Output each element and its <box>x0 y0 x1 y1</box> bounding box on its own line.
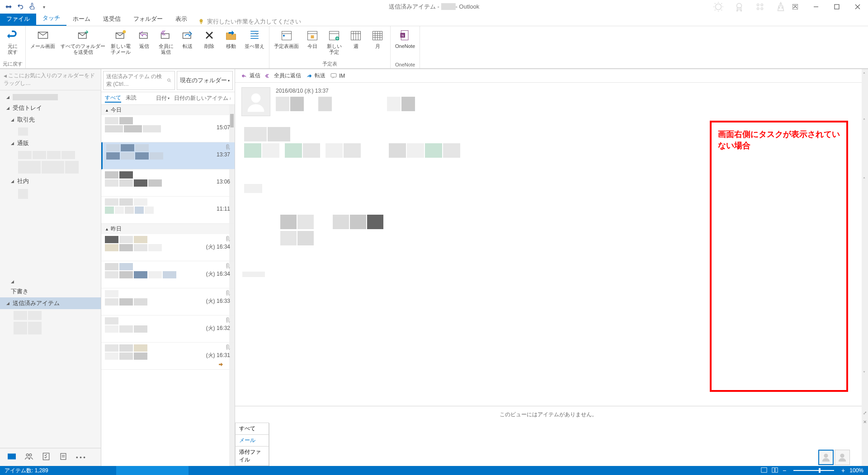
folder-sent-items[interactable]: ◢送信済みアイテム <box>0 297 101 309</box>
new-appointment-button[interactable]: 新しい 予定 <box>324 27 344 60</box>
scroll-caret-icon[interactable]: ˄ <box>863 177 865 182</box>
date-header-yesterday[interactable]: ▲昨日 <box>101 224 235 234</box>
nav-tasks-icon[interactable] <box>42 452 51 462</box>
right-rail[interactable]: ˄ ˄ ˄ ˅ ⤢ ✕ <box>862 69 868 466</box>
nav-more-icon[interactable]: • • • <box>76 454 85 461</box>
sort-order-dropdown[interactable]: 日付の新しいアイテム↓ <box>174 94 231 103</box>
ribbon: 元に 戻す 元に戻す メール画面 すべてのフォルダー を送受信 新しい電 子メー… <box>0 26 868 69</box>
message-time: 13:06 <box>217 179 230 185</box>
svg-point-10 <box>782 7 783 8</box>
tab-send-receive[interactable]: 送受信 <box>97 12 127 26</box>
sort-button[interactable]: 並べ替え <box>243 27 266 61</box>
tell-me-box[interactable]: 実行したい作業を入力してください <box>193 18 301 26</box>
scroll-up-icon[interactable]: ˄ <box>863 72 865 77</box>
view-reading-icon[interactable] <box>772 467 778 475</box>
message-time: 13:37 <box>217 151 230 158</box>
folder-expand[interactable]: ◢ <box>0 277 101 286</box>
folder-torihikisaki[interactable]: ◢取引先 <box>0 114 101 126</box>
ribbon-group-mail: メール画面 すべてのフォルダー を送受信 新しい電 子メール 返信 全員に 返信… <box>26 26 269 68</box>
send-receive-all-button[interactable]: すべてのフォルダー を送受信 <box>59 27 107 61</box>
close-pane-icon[interactable]: ✕ <box>863 419 867 424</box>
view-normal-icon[interactable] <box>761 467 767 475</box>
message-item[interactable]: 15:07 <box>101 115 235 142</box>
delete-button[interactable]: 削除 <box>199 27 219 61</box>
sender-avatar <box>241 87 270 116</box>
folder-drafts[interactable]: 下書き <box>0 286 101 297</box>
svg-point-4 <box>741 10 741 11</box>
svg-rect-43 <box>775 467 778 472</box>
reading-reply-button[interactable]: 返信 <box>241 72 260 80</box>
message-date: 2016/08/10 (水) 13:37 <box>276 87 855 95</box>
today-button[interactable]: 今日 <box>302 27 322 60</box>
calendar-view-button[interactable]: 予定表画面 <box>272 27 301 60</box>
zoom-out-icon[interactable]: − <box>783 467 786 474</box>
reply-button[interactable]: 返信 <box>134 27 154 61</box>
zoom-in-icon[interactable]: + <box>841 467 845 474</box>
qat-touch-icon[interactable] <box>28 3 36 11</box>
month-button[interactable]: 月 <box>368 27 387 60</box>
item-count: アイテム数: 1,289 <box>5 467 48 475</box>
tab-home[interactable]: ホーム <box>66 12 97 26</box>
people-tab-attachments[interactable]: 添付ファイル <box>235 446 269 466</box>
message-item[interactable]: 13:37 <box>101 142 235 169</box>
nav-mail-icon[interactable] <box>7 452 16 462</box>
week-button[interactable]: 週 <box>346 27 366 60</box>
tab-view[interactable]: 表示 <box>169 12 193 26</box>
svg-point-6 <box>761 4 763 6</box>
message-item[interactable]: 11:11 <box>101 197 235 224</box>
message-item[interactable]: (火) 16:32 <box>101 315 235 343</box>
person-thumbnail[interactable] <box>835 450 850 465</box>
qat-send-receive-icon[interactable] <box>5 3 13 11</box>
ribbon-display-options-icon[interactable] <box>785 0 806 14</box>
scroll-caret-icon[interactable]: ˅ <box>863 371 865 376</box>
message-item[interactable]: (火) 16:34 <box>101 234 235 261</box>
person-thumbnail[interactable] <box>818 450 834 465</box>
zoom-slider[interactable] <box>793 470 834 471</box>
nav-people-icon[interactable] <box>24 452 33 462</box>
svg-rect-2 <box>737 8 741 9</box>
qat-undo-icon[interactable] <box>16 3 24 11</box>
filter-unread[interactable]: 未読 <box>126 94 137 103</box>
no-items-message: このビューにはアイテムがありません。 <box>235 406 862 423</box>
people-tab-mail[interactable]: メール <box>235 434 269 447</box>
collapse-caret-icon[interactable]: ˄ <box>863 118 865 123</box>
minimize-button[interactable] <box>806 0 826 14</box>
sort-by-dropdown[interactable]: 日付▾ <box>156 94 170 103</box>
forward-button[interactable]: 転送 <box>178 27 198 61</box>
decorative-icons <box>712 1 787 13</box>
onenote-button[interactable]: NOneNote <box>393 27 417 61</box>
tab-folder[interactable]: フォルダー <box>127 12 169 26</box>
window-controls <box>785 0 868 14</box>
reading-pane: 返信 全員に返信 転送 IM 2016/08/10 (水) 13:37 画面右側… <box>235 69 862 466</box>
attachment-icon <box>225 144 230 151</box>
folder-tsuhan[interactable]: ◢通販 <box>0 137 101 149</box>
search-input[interactable]: 送信済みアイテム の検索 (Ctrl… <box>103 71 175 90</box>
nav-notes-icon[interactable] <box>59 452 68 462</box>
message-item[interactable]: 13:06 <box>101 169 235 197</box>
filter-all[interactable]: すべて <box>105 94 121 103</box>
folder-account[interactable]: ◢ <box>0 92 101 102</box>
folder-inbox[interactable]: ◢受信トレイ <box>0 102 101 114</box>
message-item[interactable]: (火) 16:33 <box>101 288 235 315</box>
reply-all-button[interactable]: 全員に 返信 <box>156 27 176 61</box>
close-button[interactable] <box>847 0 868 14</box>
undo-button[interactable]: 元に 戻す <box>3 27 23 60</box>
reading-im-button[interactable]: IM <box>330 72 345 80</box>
expand-icon[interactable]: ⤢ <box>863 410 867 415</box>
people-tab-all[interactable]: すべて <box>235 423 269 435</box>
message-item[interactable]: (火) 16:31 <box>101 343 235 370</box>
search-scope-dropdown[interactable]: 現在のフォルダー▾ <box>177 71 233 90</box>
mail-view-button[interactable]: メール画面 <box>28 27 57 61</box>
qat-customize-icon[interactable]: ▾ <box>40 3 48 11</box>
reading-actions: 返信 全員に返信 転送 IM <box>235 69 862 83</box>
reading-forward-button[interactable]: 転送 <box>306 72 326 80</box>
maximize-button[interactable] <box>826 0 847 14</box>
reading-reply-all-button[interactable]: 全員に返信 <box>265 72 301 80</box>
new-email-button[interactable]: 新しい電 子メール <box>109 27 132 61</box>
date-header-today[interactable]: ▲今日 <box>101 105 235 115</box>
folder-shanai[interactable]: ◢社内 <box>0 175 101 187</box>
message-item[interactable]: (火) 16:34 <box>101 261 235 288</box>
tab-file[interactable]: ファイル <box>0 12 36 26</box>
zoom-level[interactable]: 100% <box>849 467 863 474</box>
move-button[interactable]: 移動 <box>221 27 241 61</box>
